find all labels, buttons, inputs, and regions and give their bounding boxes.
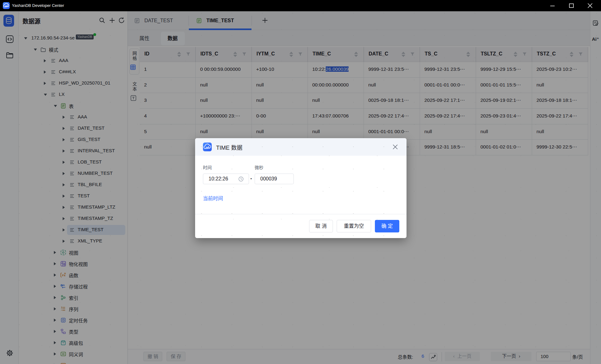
microsecond-field-label: 微秒 <box>255 164 263 170</box>
dialog-logo-icon <box>203 143 212 151</box>
minimize-button[interactable] <box>545 0 560 11</box>
reset-empty-button[interactable]: 重置为空 <box>337 220 371 232</box>
current-time-link[interactable]: 当前时间 <box>203 194 223 202</box>
dialog-title: TIME 数据 <box>216 143 242 151</box>
cancel-button[interactable]: 取 消 <box>309 220 333 232</box>
time-field-label: 时间 <box>203 164 212 170</box>
maximize-button[interactable] <box>564 0 579 11</box>
footer-divider <box>195 214 407 214</box>
microsecond-input[interactable]: 000039 <box>255 174 294 184</box>
confirm-button[interactable]: 确 定 <box>375 220 399 232</box>
title-bar: YashanDB Developer Center <box>0 0 601 11</box>
time-edit-dialog: TIME 数据 时间 微秒 10:22:26 · 000039 当前时间 取 消… <box>195 138 407 238</box>
app-logo-icon <box>3 2 10 9</box>
clock-icon[interactable] <box>238 176 244 182</box>
close-button[interactable] <box>583 0 598 11</box>
dot-separator: · <box>250 175 252 182</box>
dialog-close-icon[interactable] <box>392 144 398 150</box>
dialog-header: TIME 数据 <box>195 138 407 156</box>
window-title: YashanDB Developer Center <box>12 0 64 11</box>
